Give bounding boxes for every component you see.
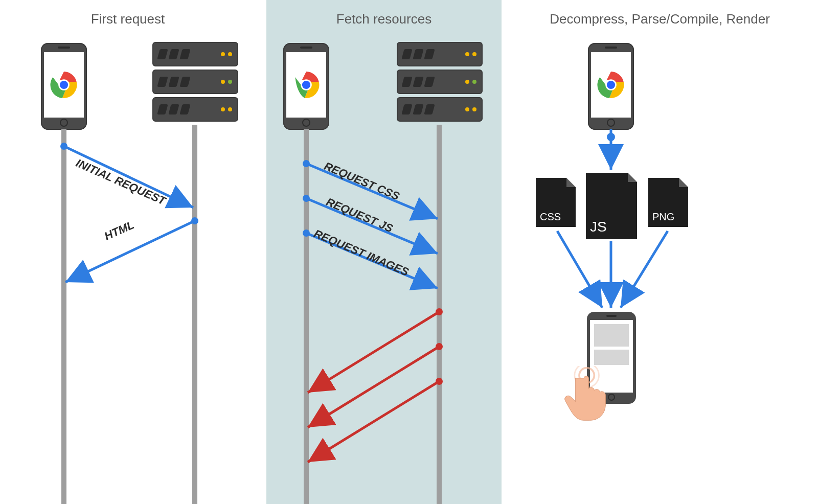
server-lifeline [437, 125, 442, 504]
file-label: JS [590, 219, 607, 235]
chrome-icon [292, 71, 320, 99]
svg-point-27 [607, 133, 615, 141]
js-file-icon: JS [586, 173, 637, 239]
png-file-icon: PNG [648, 178, 688, 227]
client-phone-icon [283, 43, 329, 130]
svg-point-5 [302, 81, 310, 89]
client-lifeline [61, 129, 66, 504]
svg-line-31 [621, 231, 668, 308]
initial-request-label: INITIAL REQUEST [74, 156, 167, 208]
first-request-title: First request [0, 11, 256, 27]
file-label: CSS [540, 211, 561, 223]
server-lifeline [192, 125, 197, 504]
svg-line-29 [557, 231, 602, 308]
client-phone-icon [588, 43, 634, 130]
server-icon [152, 42, 238, 125]
render-title: Decompress, Parse/Compile, Render [502, 11, 818, 27]
touch-hand-icon [562, 366, 619, 422]
css-file-icon: CSS [536, 178, 576, 227]
svg-line-12 [64, 146, 193, 208]
server-icon [397, 42, 483, 125]
svg-point-8 [607, 81, 615, 89]
client-lifeline [304, 129, 309, 504]
chrome-icon [597, 71, 625, 99]
svg-point-2 [60, 81, 68, 89]
fetch-resources-title: Fetch resources [266, 11, 502, 27]
client-phone-icon [41, 43, 87, 130]
chrome-icon [50, 71, 78, 99]
html-label: HTML [102, 218, 136, 243]
file-label: PNG [652, 211, 674, 223]
